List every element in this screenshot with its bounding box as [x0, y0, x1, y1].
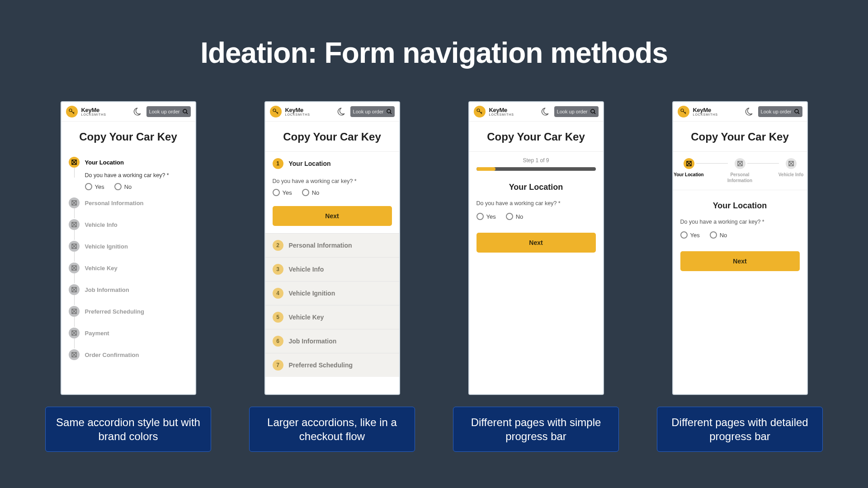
theme-toggle-icon[interactable] — [541, 108, 549, 116]
order-search[interactable]: Look up order — [554, 106, 599, 117]
mockup-2-column: KeyMeLOCKSMITHS Look up order Copy Your … — [249, 101, 415, 452]
step-icon — [69, 328, 80, 338]
mockup-4-caption: Different pages with detailed progress b… — [657, 407, 823, 452]
step-label: Preferred Scheduling — [85, 308, 144, 315]
step-icon — [684, 158, 694, 169]
app-header: KeyMeLOCKSMITHS Look up order — [265, 102, 399, 122]
radio-no[interactable]: No — [506, 213, 524, 220]
step-icon — [69, 306, 80, 317]
step-icon — [69, 241, 80, 252]
mockup-1: KeyMe LOCKSMITHS Look up order Copy Your… — [61, 101, 196, 395]
theme-toggle-icon[interactable] — [133, 108, 141, 116]
accordion-step[interactable]: Job Information — [69, 279, 188, 300]
accordion-step[interactable]: 7Preferred Scheduling — [265, 353, 399, 377]
search-placeholder: Look up order — [149, 109, 180, 114]
step-icon — [69, 284, 80, 295]
step-number: 7 — [273, 360, 283, 371]
search-icon — [590, 109, 596, 114]
accordion-step[interactable]: Order Confirmation — [69, 344, 188, 366]
page-title: Copy Your Car Key — [673, 122, 807, 151]
page-title: Copy Your Car Key — [265, 122, 399, 151]
radio-yes[interactable]: Yes — [273, 189, 292, 196]
brand-logo-text: KeyMe LOCKSMITHS — [81, 107, 107, 116]
radio-group: Yes No — [476, 213, 596, 220]
step-label: Your Location — [85, 159, 124, 166]
page-title: Copy Your Car Key — [469, 122, 603, 151]
step-indicator: Step 1 of 9 — [476, 157, 596, 164]
brand-logo-icon — [474, 106, 486, 117]
step-label: Vehicle Ignition — [85, 243, 128, 250]
step-icon — [69, 157, 80, 168]
theme-toggle-icon[interactable] — [745, 108, 753, 116]
step-label: Vehicle Key — [85, 265, 118, 272]
question-text: Do you have a working car key? * — [476, 200, 596, 206]
search-icon — [387, 109, 392, 114]
mockup-2-caption: Larger accordions, like in a checkout fl… — [249, 407, 415, 452]
accordion-step[interactable]: Payment — [69, 322, 188, 344]
progress-step-your-location[interactable]: Your Location — [673, 158, 705, 178]
accordion-step[interactable]: 5Vehicle Key — [265, 305, 399, 329]
section-title: Your Location — [476, 183, 596, 192]
radio-group: Yes No — [680, 231, 800, 239]
app-header: KeyMeLOCKSMITHS Look up order — [469, 102, 603, 122]
accordion-step[interactable]: 6Job Information — [265, 329, 399, 353]
step-icon — [69, 219, 80, 230]
next-button[interactable]: Next — [273, 206, 392, 226]
step-number: 6 — [273, 336, 283, 347]
mockup-1-column: KeyMe LOCKSMITHS Look up order Copy Your… — [45, 101, 211, 452]
next-button[interactable]: Next — [680, 251, 800, 271]
mockup-3-column: KeyMeLOCKSMITHS Look up order Copy Your … — [453, 101, 619, 452]
app-header: KeyMeLOCKSMITHS Look up order — [673, 102, 807, 122]
mockup-3-caption: Different pages with simple progress bar — [453, 407, 619, 452]
step-number: 3 — [273, 264, 283, 275]
step-label: Vehicle Info — [778, 172, 804, 178]
brand-logo-text: KeyMeLOCKSMITHS — [489, 107, 514, 116]
step-label: Your Location — [674, 172, 703, 178]
accordion-header[interactable]: 1 Your Location — [273, 152, 392, 175]
radio-yes[interactable]: Yes — [476, 213, 496, 220]
accordion-step[interactable]: 3Vehicle Info — [265, 257, 399, 281]
radio-yes[interactable]: Yes — [680, 231, 700, 239]
brand-logo-text: KeyMeLOCKSMITHS — [285, 107, 311, 116]
step-label: Personal Information — [289, 242, 352, 249]
form-body: Step 1 of 9 Your Location Do you have a … — [469, 151, 603, 394]
page-title: Copy Your Car Key — [61, 122, 195, 151]
theme-toggle-icon[interactable] — [337, 108, 345, 116]
accordion-step-your-location: 1 Your Location Do you have a working ca… — [265, 151, 399, 233]
radio-no[interactable]: No — [114, 183, 132, 190]
step-label: Vehicle Info — [85, 221, 118, 228]
accordion-step[interactable]: 4Vehicle Ignition — [265, 281, 399, 305]
radio-no[interactable]: No — [710, 231, 727, 239]
step-number: 4 — [273, 288, 283, 299]
accordion-step-your-location[interactable]: Your Location — [69, 151, 188, 173]
order-search[interactable]: Look up order — [350, 106, 395, 117]
mockup-3: KeyMeLOCKSMITHS Look up order Copy Your … — [468, 101, 604, 395]
step-number: 5 — [273, 312, 283, 323]
progress-step-personal-information[interactable]: Personal Information — [724, 158, 756, 183]
accordion-step[interactable]: Vehicle Key — [69, 257, 188, 279]
step-label: Job Information — [289, 338, 337, 345]
accordion-list: Your Location Do you have a working car … — [61, 151, 195, 366]
mockups-row: KeyMe LOCKSMITHS Look up order Copy Your… — [45, 101, 823, 452]
step-icon — [69, 349, 80, 360]
radio-yes[interactable]: Yes — [85, 183, 104, 190]
step-label: Your Location — [289, 160, 331, 167]
accordion-step[interactable]: Personal Information — [69, 192, 188, 214]
accordion-step[interactable]: 2Personal Information — [265, 233, 399, 257]
order-search[interactable]: Look up order — [146, 106, 191, 117]
step-label: Personal Information — [724, 172, 756, 183]
brand-subtitle: LOCKSMITHS — [81, 113, 107, 116]
progress-step-vehicle-info[interactable]: Vehicle Info — [775, 158, 807, 178]
step-icon — [69, 263, 80, 273]
search-icon — [183, 109, 188, 114]
accordion-step[interactable]: Vehicle Ignition — [69, 235, 188, 257]
accordion-step[interactable]: Preferred Scheduling — [69, 300, 188, 322]
step-label: Vehicle Key — [289, 314, 324, 321]
question-text: Do you have a working car key? * — [273, 178, 392, 184]
next-button[interactable]: Next — [476, 233, 596, 253]
accordion-step[interactable]: Vehicle Info — [69, 214, 188, 235]
question-text: Do you have a working car key? * — [680, 219, 800, 225]
order-search[interactable]: Look up order — [758, 106, 802, 117]
app-header: KeyMe LOCKSMITHS Look up order — [61, 102, 195, 122]
radio-no[interactable]: No — [302, 189, 320, 196]
